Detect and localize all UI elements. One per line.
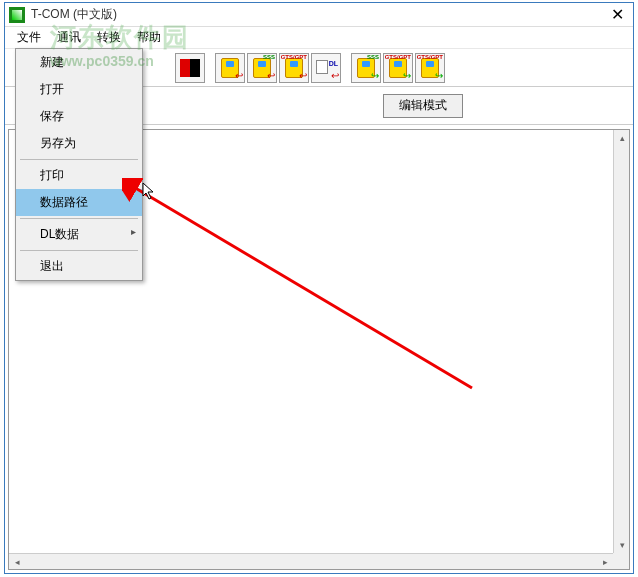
menu-item-save[interactable]: 保存 [16,103,142,130]
close-button[interactable]: ✕ [605,5,629,25]
toolbar-inst-recv-gts[interactable]: GTS/GPT↩ [279,53,309,83]
menubar: 文件 通讯 转换 帮助 [5,27,633,49]
toolbar-inst-send-gts-2[interactable]: GTS/GPT↪ [415,53,445,83]
menu-item-new[interactable]: 新建 [16,49,142,76]
menu-separator [20,218,138,219]
menu-convert[interactable]: 转换 [89,27,129,48]
menu-item-print[interactable]: 打印 [16,162,142,189]
scroll-right-icon[interactable]: ▸ [597,554,613,570]
toolbar-flag-button[interactable] [175,53,205,83]
scroll-left-icon[interactable]: ◂ [9,554,25,570]
file-menu-dropdown: 新建 打开 保存 另存为 打印 数据路径 DL数据 退出 [15,48,143,281]
scrollbar-vertical[interactable]: ▴ ▾ [613,130,629,553]
toolbar-inst-send-gts-1[interactable]: GTS/GPT↪ [383,53,413,83]
menu-item-exit[interactable]: 退出 [16,253,142,280]
scroll-up-icon[interactable]: ▴ [614,130,630,146]
menu-separator [20,250,138,251]
scrollbar-horizontal[interactable]: ◂ ▸ [9,553,613,569]
menu-help[interactable]: 帮助 [129,27,169,48]
toolbar-inst-recv-sss[interactable]: SSS↩ [247,53,277,83]
menu-item-saveas[interactable]: 另存为 [16,130,142,157]
titlebar: T-COM (中文版) ✕ [5,3,633,27]
scroll-down-icon[interactable]: ▾ [614,537,630,553]
edit-mode-button[interactable]: 编辑模式 [383,94,463,118]
menu-comm[interactable]: 通讯 [49,27,89,48]
toolbar-inst-send-sss[interactable]: SSS↪ [351,53,381,83]
menu-separator [20,159,138,160]
app-icon [9,7,25,23]
window-title: T-COM (中文版) [31,6,605,23]
toolbar-dl-recv[interactable]: DL↩ [311,53,341,83]
toolbar-inst-recv-1[interactable]: ↩ [215,53,245,83]
menu-file[interactable]: 文件 [9,27,49,48]
menu-item-open[interactable]: 打开 [16,76,142,103]
menu-item-datapath[interactable]: 数据路径 [16,189,142,216]
menu-item-dldata[interactable]: DL数据 [16,221,142,248]
scrollbar-corner [613,553,629,569]
